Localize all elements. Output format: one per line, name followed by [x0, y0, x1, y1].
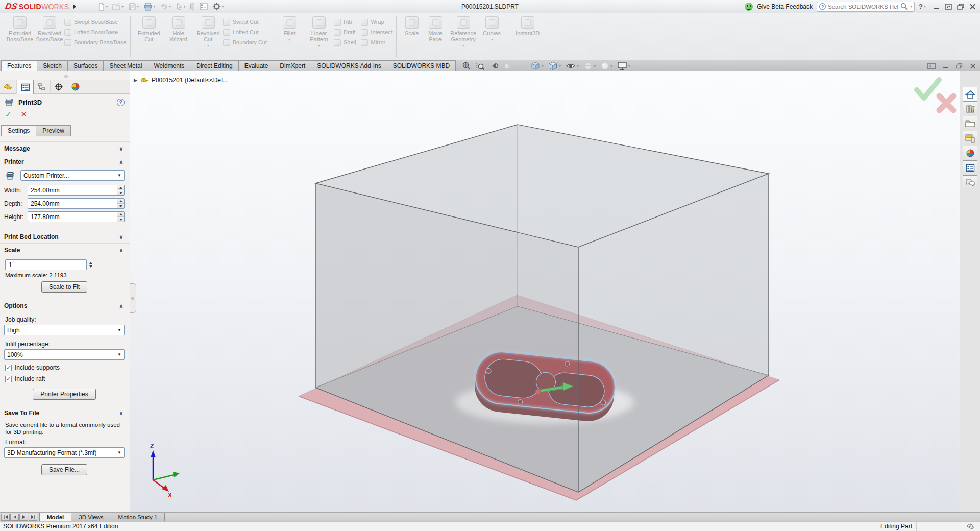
- height-spinner[interactable]: [117, 212, 124, 222]
- depth-field[interactable]: [28, 198, 125, 209]
- undo-button[interactable]: ▾: [158, 2, 173, 12]
- search-icon[interactable]: [900, 3, 908, 10]
- ribbon-rib[interactable]: Rib: [334, 18, 356, 26]
- ribbon-lofted-boss-base[interactable]: Lofted Boss/Base: [64, 28, 127, 36]
- ribbon-revolved-cut[interactable]: Revolved Cut▾: [193, 15, 223, 48]
- home-tab[interactable]: [963, 87, 977, 102]
- width-field[interactable]: [28, 185, 125, 196]
- restore-window-button[interactable]: [957, 4, 964, 10]
- window-minimize-button[interactable]: [943, 63, 949, 69]
- ribbon-intersect[interactable]: Intersect: [361, 28, 392, 36]
- forum-tab[interactable]: [963, 176, 977, 190]
- confirm-cancel-button[interactable]: [939, 96, 953, 110]
- save-to-file-section-header[interactable]: Save To File ∧: [0, 406, 130, 419]
- tab-features[interactable]: Features: [1, 60, 37, 71]
- tab-direct-editing[interactable]: Direct Editing: [190, 60, 238, 71]
- zoom-to-fit-button[interactable]: [462, 61, 471, 70]
- printer-select[interactable]: Custom Printer...▼: [20, 170, 125, 181]
- print-bed-section-header[interactable]: Print Bed Location ∨: [0, 230, 130, 243]
- confirm-ok-button[interactable]: [917, 80, 939, 98]
- help-button[interactable]: ?▾: [919, 3, 926, 10]
- annotation-view-button[interactable]: A: [517, 61, 526, 70]
- section-cube-button[interactable]: ▾: [531, 61, 544, 70]
- panel-flyout-handle[interactable]: [130, 283, 136, 313]
- ribbon-swept-cut[interactable]: Swept Cut: [223, 18, 267, 26]
- scale-to-fit-button[interactable]: Scale to Fit: [41, 281, 87, 293]
- reference-geometry-flyout-icon[interactable]: ▾: [462, 43, 464, 48]
- menu-flyout-icon[interactable]: [73, 4, 76, 9]
- ribbon-draft[interactable]: Draft: [334, 28, 356, 36]
- tab-evaluate[interactable]: Evaluate: [238, 60, 275, 71]
- beta-feedback-label[interactable]: Give Beta Feedback: [757, 3, 813, 10]
- close-button[interactable]: [969, 4, 976, 10]
- save-file-button[interactable]: Save File...: [41, 464, 87, 475]
- hide-show-items-button[interactable]: ▾: [583, 61, 596, 70]
- custom-properties-tab[interactable]: [963, 161, 977, 176]
- display-style-button[interactable]: ▾: [566, 61, 579, 70]
- ribbon-fillet[interactable]: Fillet▾: [275, 15, 304, 42]
- infill-select[interactable]: 100%▼: [4, 349, 125, 360]
- ribbon-extruded-cut[interactable]: Extruded Cut: [134, 15, 164, 42]
- ribbon-wrap[interactable]: Wrap: [361, 18, 392, 26]
- ribbon-curves[interactable]: Curves▾: [480, 15, 504, 42]
- ribbon-instant3d[interactable]: Instant3D: [512, 15, 544, 36]
- include-supports-row[interactable]: ✓ Include supports: [5, 364, 125, 371]
- height-field[interactable]: [28, 211, 125, 222]
- scale-input[interactable]: [6, 260, 86, 270]
- collapse-pane-button[interactable]: [927, 63, 936, 69]
- ribbon-hole-wizard[interactable]: Hole Wizard: [164, 15, 193, 42]
- linear-pattern-flyout-icon[interactable]: ▾: [318, 43, 320, 48]
- revolved-cut-flyout-icon[interactable]: ▾: [207, 43, 209, 48]
- window-close-button[interactable]: [970, 63, 976, 69]
- ribbon-scale[interactable]: Scale: [400, 15, 424, 36]
- window-restore-button[interactable]: [956, 63, 963, 69]
- help-search-box[interactable]: ? ▾: [817, 2, 915, 12]
- new-document-button[interactable]: ▾: [95, 2, 109, 12]
- feature-manager-tab[interactable]: [0, 80, 17, 94]
- zoom-to-area-button[interactable]: [476, 61, 485, 70]
- ribbon-linear-pattern[interactable]: Linear Pattern▾: [304, 15, 334, 48]
- include-raft-row[interactable]: ✓ Include raft: [5, 375, 125, 382]
- previous-view-button[interactable]: [489, 61, 499, 70]
- minimize-button[interactable]: [933, 4, 940, 9]
- printer-properties-button[interactable]: Printer Properties: [33, 389, 95, 400]
- tab-3d-views[interactable]: 3D Views: [71, 513, 111, 521]
- ribbon-reference-geometry[interactable]: Reference Geometry▾: [447, 15, 480, 48]
- ribbon-lofted-cut[interactable]: Lofted Cut: [223, 28, 267, 36]
- printer-section-header[interactable]: Printer ∧: [0, 155, 130, 168]
- scale-field[interactable]: [5, 259, 87, 270]
- status-part-icon[interactable]: [967, 523, 975, 530]
- tab-motion-study-1[interactable]: Motion Study 1: [111, 513, 165, 521]
- include-raft-checkbox[interactable]: ✓: [5, 376, 12, 382]
- view-palette-tab[interactable]: [963, 131, 977, 146]
- job-quality-select[interactable]: High▼: [4, 325, 125, 335]
- ribbon-shell[interactable]: Shell: [334, 38, 356, 46]
- options-section-header[interactable]: Options ∧: [0, 299, 130, 312]
- search-dropdown-icon[interactable]: ▾: [910, 4, 912, 9]
- tab-settings[interactable]: Settings: [1, 125, 36, 136]
- appearances-tab[interactable]: [963, 146, 977, 161]
- include-supports-checkbox[interactable]: ✓: [5, 365, 12, 371]
- ribbon-revolved-boss-base[interactable]: Revolved Boss/Base: [35, 15, 64, 42]
- design-library-tab[interactable]: [963, 102, 977, 116]
- open-document-button[interactable]: ▾: [111, 2, 125, 12]
- display-manager-tab[interactable]: [67, 80, 84, 94]
- depth-spinner[interactable]: [117, 199, 124, 208]
- save-button[interactable]: ▾: [127, 2, 140, 12]
- dimxpert-manager-tab[interactable]: [51, 80, 67, 94]
- file-properties-button[interactable]: [198, 2, 209, 11]
- section-view-button[interactable]: [503, 61, 512, 70]
- tab-sketch[interactable]: Sketch: [37, 60, 68, 71]
- previous-tab-button[interactable]: [10, 514, 19, 521]
- first-tab-button[interactable]: [1, 514, 10, 521]
- tab-weldments[interactable]: Weldments: [148, 60, 190, 71]
- tab-preview[interactable]: Preview: [36, 125, 71, 136]
- tab-dimxpert[interactable]: DimXpert: [274, 60, 311, 71]
- width-spinner[interactable]: [117, 185, 124, 195]
- tab-solidworks-mbd[interactable]: SOLIDWORKS MBD: [387, 60, 456, 71]
- select-button[interactable]: ▾: [174, 2, 187, 12]
- ribbon-swept-boss-base[interactable]: Swept Boss/Base: [64, 18, 127, 26]
- search-input[interactable]: [828, 4, 898, 10]
- tab-solidworks-add-ins[interactable]: SOLIDWORKS Add-Ins: [311, 60, 387, 71]
- fillet-flyout-icon[interactable]: ▾: [288, 37, 290, 42]
